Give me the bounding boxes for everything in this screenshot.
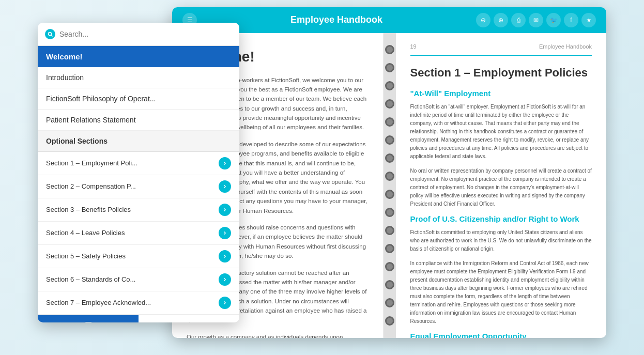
zoom-in-button[interactable]: ⊕ (494, 13, 508, 27)
sidebar-app: Welcome! Introduction FictionSoft Philos… (38, 23, 239, 322)
ring-6 (385, 135, 394, 145)
section-para-2b: In compliance with the Immigration Refor… (410, 259, 592, 326)
contents-icon: ☰ (85, 320, 92, 322)
ring-10 (385, 208, 394, 217)
ring-1 (385, 45, 394, 54)
section-para-1b: No oral or written representation by com… (410, 167, 592, 208)
section-para-1a: FictionSoft is an "at-will" employer. Em… (410, 103, 592, 161)
toolbar-icons: ⊖ ⊕ ⎙ ✉ 🐦 f ★ (476, 13, 596, 27)
ring-16 (385, 316, 394, 326)
section-2-arrow (219, 180, 231, 193)
sidebar-section-3[interactable]: Section 3 – Benefits Policies (38, 198, 239, 222)
ring-11 (385, 226, 394, 235)
zoom-out-button[interactable]: ⊖ (476, 13, 490, 27)
page-divider (410, 55, 592, 56)
handbook-label: Employee Handbook (539, 43, 592, 50)
search-bar (38, 23, 239, 46)
sidebar-item-patient-relations[interactable]: Patient Relations Statement (38, 110, 239, 131)
sidebar-section-2[interactable]: Section 2 – Compensation P... (38, 175, 239, 198)
subsection-title-3: Equal Employment Opportunity (410, 332, 592, 338)
page-number: 19 (410, 43, 417, 50)
ring-14 (385, 280, 394, 289)
bookmark-button[interactable]: ★ (581, 13, 596, 27)
subsection-title-1: "At-Will" Employment (410, 89, 592, 98)
sidebar-section-7[interactable]: Section 7 – Employee Acknowled... (38, 291, 239, 315)
ring-15 (385, 298, 394, 307)
ring-5 (385, 117, 394, 127)
section-4-arrow (219, 227, 231, 239)
ring-12 (385, 244, 394, 253)
ring-3 (385, 81, 394, 90)
twitter-button[interactable]: 🐦 (546, 13, 561, 27)
section-3-arrow (219, 204, 231, 216)
search-input[interactable] (59, 30, 232, 38)
section-main-title: Section 1 – Employment Policies (410, 66, 592, 80)
favorites-icon: ★ (186, 320, 193, 322)
sidebar-item-introduction[interactable]: Introduction (38, 67, 239, 88)
ring-9 (385, 190, 394, 199)
welcome-para-5: Our growth as a company and as individua… (187, 332, 369, 338)
ring-7 (385, 153, 394, 163)
ring-2 (385, 63, 394, 72)
sidebar-section-5[interactable]: Section 5 – Safety Policies (38, 245, 239, 268)
sidebar-section-4[interactable]: Section 4 – Leave Policies (38, 222, 239, 245)
ring-8 (385, 172, 394, 181)
print-button[interactable]: ⎙ (511, 13, 526, 27)
section-7-arrow (219, 297, 231, 309)
spiral-binding (384, 33, 396, 338)
section-1-arrow (219, 157, 231, 169)
sidebar-item-philosophy[interactable]: FictionSoft Philosophy of Operat... (38, 88, 239, 110)
section-6-arrow (219, 273, 231, 286)
tab-favorites[interactable]: ★ Favorites (139, 315, 239, 322)
search-icon (45, 29, 55, 39)
page-header: 19 Employee Handbook (410, 43, 592, 50)
section-5-arrow (219, 250, 231, 263)
facebook-button[interactable]: f (564, 13, 578, 27)
ring-13 (385, 262, 394, 271)
book-title: Employee Handbook (197, 14, 476, 25)
optional-sections-header: Optional Sections (38, 131, 239, 152)
subsection-title-2: Proof of U.S. Citizenship and/or Right t… (410, 214, 592, 223)
section-page: 19 Employee Handbook Section 1 – Employm… (396, 33, 607, 338)
email-button[interactable]: ✉ (529, 13, 543, 27)
sidebar-tabs: ☰ Contents ★ Favorites (38, 315, 239, 322)
tab-contents[interactable]: ☰ Contents (38, 315, 139, 322)
section-para-2a: FictionSoft is committed to employing on… (410, 228, 592, 253)
sidebar-welcome-item[interactable]: Welcome! (38, 46, 239, 67)
sidebar-section-6[interactable]: Section 6 – Standards of Co... (38, 268, 239, 291)
laptop-shell: Welcome! Introduction FictionSoft Philos… (38, 7, 606, 348)
ring-4 (385, 99, 394, 109)
sidebar-section-1[interactable]: Section 1 – Employment Poli... (38, 152, 239, 175)
